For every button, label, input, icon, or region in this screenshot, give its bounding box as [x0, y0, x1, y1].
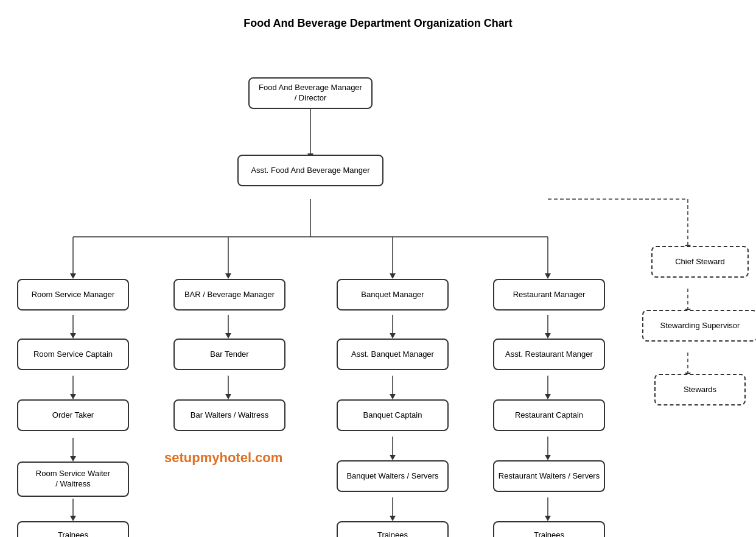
svg-marker-8 [70, 273, 76, 279]
svg-marker-42 [545, 516, 551, 521]
svg-marker-24 [225, 333, 231, 339]
room-service-waiter-node: Room Service Waiter / Waitress [17, 462, 129, 497]
svg-marker-12 [390, 273, 396, 279]
trainees-3-node: Trainees [493, 521, 605, 537]
asst-fb-manager-node: Asst. Food And Beverage Manger [237, 155, 383, 186]
restaurant-captain-node: Restaurant Captain [493, 399, 605, 431]
stewarding-supervisor-node: Stewarding Supervisor [642, 310, 756, 342]
fb-manager-node: Food And Beverage Manager / Director [248, 77, 373, 109]
svg-marker-40 [545, 455, 551, 460]
banquet-captain-node: Banquet Captain [337, 399, 449, 431]
svg-marker-28 [390, 333, 396, 339]
svg-marker-36 [545, 333, 551, 339]
svg-marker-26 [225, 394, 231, 399]
order-taker-node: Order Taker [17, 399, 129, 431]
svg-marker-38 [545, 394, 551, 399]
svg-marker-30 [390, 394, 396, 399]
room-service-captain-node: Room Service Captain [17, 339, 129, 370]
svg-marker-34 [390, 516, 396, 521]
restaurant-waiters-node: Restaurant Waiters / Servers [493, 460, 605, 492]
banquet-waiters-node: Banquet Waiters / Servers [337, 460, 449, 492]
svg-marker-22 [70, 516, 76, 521]
bar-tender-node: Bar Tender [173, 339, 285, 370]
asst-banquet-manager-node: Asst. Banquet Manager [337, 339, 449, 370]
svg-marker-16 [70, 333, 76, 339]
svg-marker-18 [70, 394, 76, 399]
svg-marker-32 [390, 455, 396, 460]
svg-marker-20 [70, 456, 76, 462]
bar-manager-node: BAR / Beverage Manager [173, 279, 285, 311]
banquet-manager-node: Banquet Manager [337, 279, 449, 311]
chief-steward-node: Chief Steward [651, 246, 749, 278]
watermark: setupmyhotel.com [164, 450, 282, 466]
svg-marker-10 [225, 273, 231, 279]
svg-marker-14 [545, 273, 551, 279]
stewards-node: Stewards [654, 374, 746, 405]
trainees-2-node: Trainees [337, 521, 449, 537]
page-title: Food And Beverage Department Organizatio… [0, 0, 756, 36]
room-service-manager-node: Room Service Manager [17, 279, 129, 311]
asst-restaurant-manager-node: Asst. Restaurant Manger [493, 339, 605, 370]
trainees-1-node: Trainees [17, 521, 129, 537]
bar-waiters-node: Bar Waiters / Waitress [173, 399, 285, 431]
restaurant-manager-node: Restaurant Manager [493, 279, 605, 311]
